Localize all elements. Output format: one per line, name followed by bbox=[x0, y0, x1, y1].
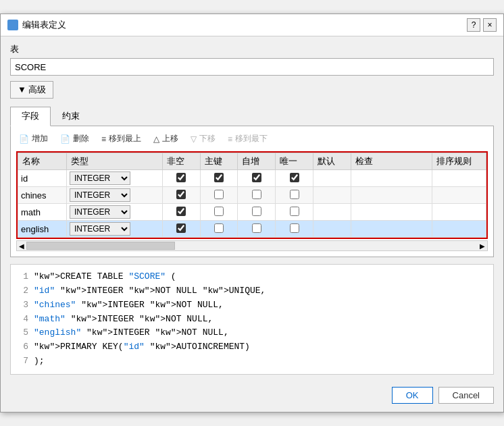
field-ai-checkbox[interactable] bbox=[252, 173, 261, 182]
field-check-cell bbox=[351, 221, 432, 238]
field-notnull-checkbox[interactable] bbox=[176, 207, 186, 216]
edit-table-dialog: 编辑表定义 ? × 表 ▼ 高级 字段 约束 📄 bbox=[0, 14, 504, 412]
field-unique-cell bbox=[276, 221, 313, 238]
move-top-icon: ≡ bbox=[101, 134, 106, 144]
field-unique-cell bbox=[276, 187, 313, 204]
close-button[interactable]: × bbox=[483, 18, 497, 32]
col-header-pk: 主键 bbox=[200, 153, 238, 170]
field-notnull-cell bbox=[162, 204, 200, 221]
field-pk-cell bbox=[200, 187, 238, 204]
field-name-cell: id bbox=[18, 170, 67, 187]
sql-line-number: 2 bbox=[18, 284, 28, 298]
sql-line-number: 3 bbox=[18, 298, 28, 313]
field-unique-checkbox[interactable] bbox=[290, 223, 299, 233]
sql-line-number: 5 bbox=[18, 326, 28, 340]
field-unique-checkbox[interactable] bbox=[290, 190, 299, 199]
delete-button[interactable]: 📄 删除 bbox=[57, 132, 92, 146]
field-pk-checkbox[interactable] bbox=[214, 207, 224, 216]
field-name-cell: english bbox=[18, 221, 67, 238]
field-type-select[interactable]: INTEGERTEXTREALBLOBNUMERIC bbox=[70, 171, 130, 185]
title-bar-left: 编辑表定义 bbox=[7, 19, 66, 31]
scroll-thumb[interactable] bbox=[26, 242, 175, 250]
scroll-right-arrow[interactable]: ▶ bbox=[478, 242, 487, 250]
field-type-select[interactable]: INTEGERTEXTREALBLOBNUMERIC bbox=[70, 222, 130, 236]
field-ai-checkbox[interactable] bbox=[252, 207, 261, 216]
move-up-icon: △ bbox=[153, 134, 159, 144]
field-type-select[interactable]: INTEGERTEXTREALBLOBNUMERIC bbox=[70, 188, 130, 202]
field-type-cell: INTEGERTEXTREALBLOBNUMERIC bbox=[66, 187, 162, 204]
field-name-cell: math bbox=[18, 204, 67, 221]
col-header-name: 名称 bbox=[18, 153, 67, 170]
horizontal-scrollbar[interactable]: ◀ ▶ bbox=[16, 240, 488, 251]
add-icon: 📄 bbox=[19, 134, 29, 144]
dialog-body: 表 ▼ 高级 字段 约束 📄 增加 📄 删除 bbox=[1, 36, 503, 381]
move-bottom-icon: ≡ bbox=[228, 134, 232, 144]
field-default-cell bbox=[313, 221, 351, 238]
field-default-cell bbox=[313, 187, 351, 204]
field-ai-cell bbox=[238, 221, 276, 238]
field-unique-checkbox[interactable] bbox=[290, 207, 299, 216]
sql-line-code: "kw">PRIMARY KEY("id" "kw">AUTOINCREMENT… bbox=[34, 340, 486, 354]
field-name-cell: chines bbox=[18, 187, 67, 204]
field-collation-cell bbox=[432, 187, 486, 204]
field-type-cell: INTEGERTEXTREALBLOBNUMERIC bbox=[66, 204, 162, 221]
field-check-cell bbox=[351, 170, 432, 187]
dialog-icon bbox=[7, 20, 18, 30]
move-down-button[interactable]: ▽ 下移 bbox=[188, 132, 218, 146]
field-ai-checkbox[interactable] bbox=[252, 223, 261, 233]
col-header-check: 检查 bbox=[351, 153, 432, 170]
sql-line: 4 "math" "kw">INTEGER "kw">NOT NULL, bbox=[18, 313, 486, 327]
table-name-input[interactable] bbox=[10, 58, 494, 76]
sql-line-code: ); bbox=[34, 354, 486, 369]
field-ai-cell bbox=[238, 187, 276, 204]
table-label: 表 bbox=[10, 43, 494, 55]
field-ai-checkbox[interactable] bbox=[252, 190, 261, 199]
field-unique-checkbox[interactable] bbox=[290, 173, 299, 182]
move-down-icon: ▽ bbox=[191, 134, 197, 144]
table-row[interactable]: englishINTEGERTEXTREALBLOBNUMERIC bbox=[18, 221, 486, 238]
footer-row: OK Cancel bbox=[1, 381, 503, 412]
field-ai-cell bbox=[238, 204, 276, 221]
scroll-left-arrow[interactable]: ◀ bbox=[17, 242, 26, 250]
move-up-button[interactable]: △ 上移 bbox=[151, 132, 181, 146]
fields-toolbar: 📄 增加 📄 删除 ≡ 移到最上 △ 上移 ▽ 下移 bbox=[16, 132, 488, 146]
move-bottom-button[interactable]: ≡ 移到最下 bbox=[225, 132, 270, 146]
field-pk-checkbox[interactable] bbox=[214, 223, 224, 233]
move-top-button[interactable]: ≡ 移到最上 bbox=[99, 132, 144, 146]
field-notnull-checkbox[interactable] bbox=[176, 190, 186, 199]
delete-icon: 📄 bbox=[60, 134, 70, 144]
sql-line: 1"kw">CREATE TABLE "SCORE" ( bbox=[18, 270, 486, 284]
table-row[interactable]: idINTEGERTEXTREALBLOBNUMERIC bbox=[18, 170, 486, 187]
col-header-notnull: 非空 bbox=[162, 153, 200, 170]
col-header-ai: 自增 bbox=[238, 153, 276, 170]
cancel-button[interactable]: Cancel bbox=[438, 387, 494, 404]
field-notnull-cell bbox=[162, 187, 200, 204]
field-ai-cell bbox=[238, 170, 276, 187]
field-pk-checkbox[interactable] bbox=[214, 190, 224, 199]
field-type-select[interactable]: INTEGERTEXTREALBLOBNUMERIC bbox=[70, 205, 130, 219]
field-notnull-checkbox[interactable] bbox=[176, 173, 186, 182]
field-notnull-checkbox[interactable] bbox=[176, 223, 186, 233]
sql-line: 7); bbox=[18, 354, 486, 369]
field-pk-checkbox[interactable] bbox=[214, 173, 224, 182]
field-type-cell: INTEGERTEXTREALBLOBNUMERIC bbox=[66, 170, 162, 187]
tab-fields[interactable]: 字段 bbox=[10, 107, 51, 126]
add-button[interactable]: 📄 增加 bbox=[16, 132, 51, 146]
advanced-button[interactable]: ▼ 高级 bbox=[10, 81, 53, 99]
table-row[interactable]: chinesINTEGERTEXTREALBLOBNUMERIC bbox=[18, 187, 486, 204]
field-notnull-cell bbox=[162, 170, 200, 187]
table-row[interactable]: mathINTEGERTEXTREALBLOBNUMERIC bbox=[18, 204, 486, 221]
fields-table-area: 名称 类型 非空 主键 自增 唯一 默认 检查 排序规则 idINTEGERTE… bbox=[16, 151, 488, 239]
field-pk-cell bbox=[200, 221, 238, 238]
sql-line-number: 6 bbox=[18, 340, 28, 354]
field-collation-cell bbox=[432, 221, 486, 238]
field-check-cell bbox=[351, 187, 432, 204]
tab-constraints[interactable]: 约束 bbox=[51, 107, 91, 126]
fields-table: 名称 类型 非空 主键 自增 唯一 默认 检查 排序规则 idINTEGERTE… bbox=[18, 153, 486, 238]
field-default-cell bbox=[313, 204, 351, 221]
field-notnull-cell bbox=[162, 221, 200, 238]
sql-line-number: 1 bbox=[18, 270, 28, 284]
tabs-row: 字段 约束 bbox=[10, 107, 494, 126]
ok-button[interactable]: OK bbox=[392, 387, 433, 404]
help-button[interactable]: ? bbox=[467, 18, 480, 32]
